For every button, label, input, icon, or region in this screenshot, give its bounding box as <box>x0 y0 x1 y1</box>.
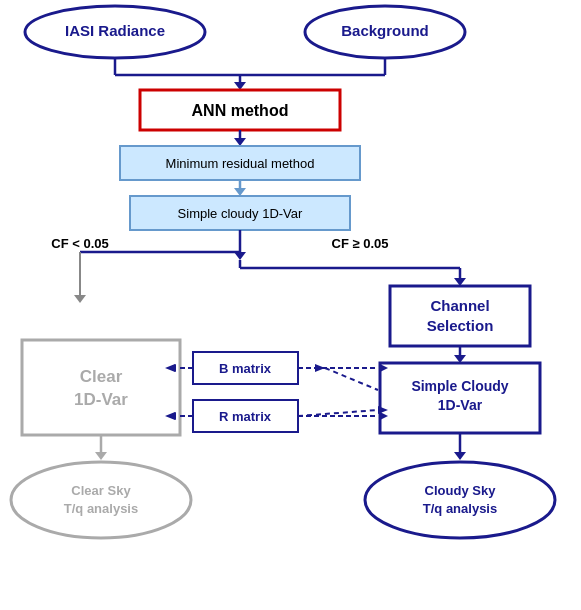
iasi-label: IASI Radiance <box>65 22 165 39</box>
simple-cloudy-1dvar-bot-label2: 1D-Var <box>438 397 483 413</box>
svg-marker-13 <box>234 188 246 196</box>
simple-cloudy-1dvar-top-label: Simple cloudy 1D-Var <box>178 206 303 221</box>
svg-rect-27 <box>22 340 180 435</box>
cloudy-sky-label: Cloudy Sky <box>425 483 497 498</box>
background-label: Background <box>341 22 429 39</box>
clear-sky-label: Clear Sky <box>71 483 131 498</box>
clear-1dvar-label2: 1D-Var <box>74 390 128 409</box>
channel-selection-label2: Selection <box>427 317 494 334</box>
r-matrix-label: R matrix <box>219 409 272 424</box>
b-matrix-label: B matrix <box>219 361 272 376</box>
min-residual-label: Minimum residual method <box>166 156 315 171</box>
clear-sky-label2: T/q analysis <box>64 501 138 516</box>
svg-point-53 <box>365 462 555 538</box>
svg-marker-10 <box>234 138 246 146</box>
simple-cloudy-1dvar-bot-label: Simple Cloudy <box>411 378 508 394</box>
cf-geq-label: CF ≥ 0.05 <box>332 236 389 251</box>
channel-selection-label: Channel <box>430 297 489 314</box>
cloudy-sky-label2: T/q analysis <box>423 501 497 516</box>
svg-point-50 <box>11 462 191 538</box>
svg-line-35 <box>325 368 378 390</box>
svg-marker-19 <box>234 252 246 260</box>
cf-less-label: CF < 0.05 <box>51 236 108 251</box>
svg-rect-24 <box>390 286 530 346</box>
clear-1dvar-label: Clear <box>80 367 123 386</box>
svg-marker-52 <box>454 452 466 460</box>
ann-label: ANN method <box>192 102 289 119</box>
svg-marker-18 <box>74 295 86 303</box>
flowchart-diagram: IASI Radiance Background ANN method Mini… <box>0 0 581 610</box>
svg-marker-49 <box>95 452 107 460</box>
